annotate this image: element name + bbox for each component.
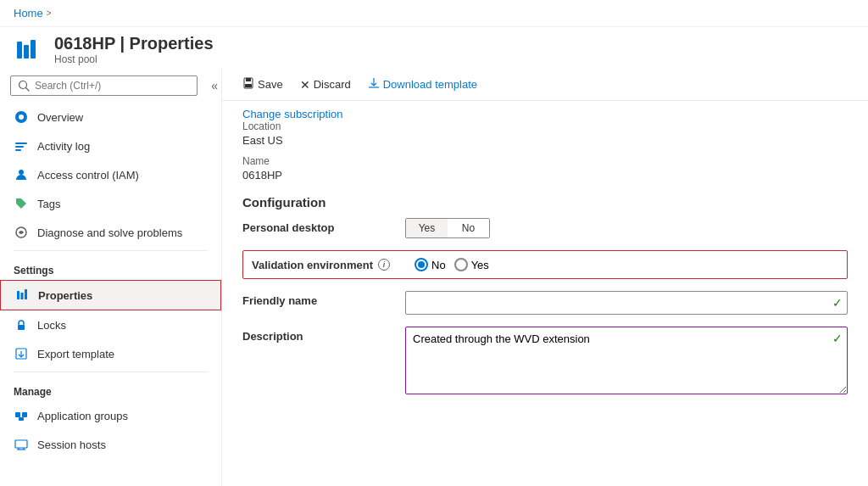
radio-yes-circle [454, 258, 468, 271]
content-body: Change subscription Location East US Nam… [222, 101, 868, 429]
friendly-name-label: Friendly name [242, 291, 395, 307]
diagnose-icon [14, 225, 29, 240]
sidebar-label-locks: Locks [37, 319, 66, 332]
sidebar-item-session-hosts[interactable]: Session hosts [0, 430, 221, 459]
sidebar-item-activity-log[interactable]: Activity log [0, 131, 221, 160]
validation-radio-group: No Yes [415, 258, 489, 271]
header-text: 0618HP | Properties Host pool [54, 34, 214, 65]
svg-point-10 [19, 170, 24, 175]
friendly-name-input[interactable] [405, 291, 848, 315]
description-row: Description ✓ [242, 327, 848, 397]
save-label: Save [258, 78, 283, 91]
svg-rect-13 [21, 293, 24, 299]
description-check-icon: ✓ [832, 332, 843, 345]
breadcrumb: Home > [0, 0, 868, 27]
toggle-yes[interactable]: Yes [406, 219, 448, 237]
save-icon [242, 77, 254, 92]
download-template-label: Download template [383, 78, 477, 91]
svg-rect-9 [15, 149, 21, 151]
info-icon[interactable]: i [378, 259, 390, 271]
sidebar-item-locks[interactable]: Locks [0, 310, 221, 339]
friendly-name-wrapper: ✓ [405, 291, 848, 315]
description-label: Description [242, 327, 395, 343]
export-icon [14, 346, 29, 361]
location-field: Location East US [242, 120, 848, 147]
main-layout: « Overview Activity log Access control (… [0, 69, 868, 486]
name-label: Name [242, 155, 848, 167]
sidebar-item-overview[interactable]: Overview [0, 103, 221, 131]
sidebar-collapse-button[interactable]: « [208, 75, 221, 96]
svg-rect-12 [17, 291, 19, 299]
validation-env-label: Validation environment i [252, 259, 404, 271]
svg-rect-27 [245, 84, 252, 87]
svg-rect-19 [22, 412, 27, 417]
save-button[interactable]: Save [236, 74, 290, 95]
svg-rect-1 [24, 45, 29, 59]
divider-2 [14, 371, 208, 372]
svg-rect-7 [15, 142, 27, 144]
download-icon [368, 77, 380, 92]
location-label: Location [242, 120, 848, 132]
sidebar-item-iam[interactable]: Access control (IAM) [0, 160, 221, 189]
description-input[interactable] [405, 327, 848, 394]
friendly-name-check-icon: ✓ [832, 296, 843, 310]
locks-icon [14, 317, 29, 332]
sidebar-label-properties: Properties [38, 289, 92, 302]
location-value: East US [242, 134, 848, 147]
sidebar-label-export: Export template [37, 348, 114, 360]
toggle-group: Yes No [405, 218, 490, 238]
sidebar: « Overview Activity log Access control (… [0, 69, 222, 486]
svg-point-6 [19, 115, 24, 120]
page-header: 0618HP | Properties Host pool [0, 27, 868, 69]
validation-no-option[interactable]: No [415, 258, 446, 271]
discard-label: Discard [314, 78, 351, 91]
svg-rect-14 [25, 289, 27, 299]
configuration-header: Configuration [242, 195, 848, 209]
svg-rect-0 [17, 42, 22, 59]
discard-button[interactable]: ✕ Discard [293, 75, 358, 95]
validation-environment-row: Validation environment i No Yes [242, 250, 848, 279]
sidebar-item-diagnose[interactable]: Diagnose and solve problems [0, 218, 221, 247]
sidebar-item-export[interactable]: Export template [0, 339, 221, 368]
toggle-no[interactable]: No [448, 219, 489, 237]
personal-desktop-label: Personal desktop [242, 218, 395, 234]
change-subscription-link[interactable]: Change subscription [242, 108, 343, 120]
personal-desktop-toggle[interactable]: Yes No [405, 218, 490, 238]
svg-rect-21 [15, 440, 27, 448]
svg-rect-8 [15, 146, 24, 148]
page-subtitle: Host pool [54, 53, 214, 65]
home-link[interactable]: Home [14, 7, 43, 20]
content-area: Save ✕ Discard Download template Change … [222, 69, 868, 486]
friendly-name-row: Friendly name ✓ [242, 291, 848, 315]
personal-desktop-row: Personal desktop Yes No [242, 218, 848, 238]
radio-yes-label: Yes [471, 259, 489, 271]
tags-icon [14, 196, 29, 211]
sidebar-label-diagnose: Diagnose and solve problems [37, 226, 182, 239]
svg-rect-18 [15, 412, 20, 417]
download-template-button[interactable]: Download template [361, 74, 484, 95]
properties-icon [14, 288, 30, 303]
radio-no-label: No [431, 259, 446, 271]
sidebar-item-app-groups[interactable]: Application groups [0, 401, 221, 430]
search-icon [18, 80, 30, 92]
description-wrapper: ✓ [405, 327, 848, 397]
svg-rect-2 [31, 40, 36, 59]
search-input[interactable] [35, 80, 190, 92]
sidebar-item-tags[interactable]: Tags [0, 189, 221, 218]
appgroups-icon [14, 408, 29, 423]
manage-section-label: Manage [0, 376, 221, 401]
svg-rect-15 [18, 325, 25, 330]
sidebar-label-activity-log: Activity log [37, 140, 90, 153]
svg-rect-20 [19, 417, 24, 421]
settings-section-label: Settings [0, 254, 221, 280]
sidebar-label-app-groups: Application groups [37, 410, 128, 422]
validation-yes-option[interactable]: Yes [454, 258, 489, 271]
radio-no-circle [415, 258, 428, 271]
sidebar-item-properties[interactable]: Properties [0, 280, 221, 310]
activity-icon [14, 138, 29, 154]
sidebar-search[interactable] [10, 75, 198, 96]
toolbar: Save ✕ Discard Download template [222, 69, 868, 101]
breadcrumb-separator: > [47, 8, 52, 18]
sidebar-label-session-hosts: Session hosts [37, 439, 106, 451]
name-field: Name 0618HP [242, 155, 848, 182]
